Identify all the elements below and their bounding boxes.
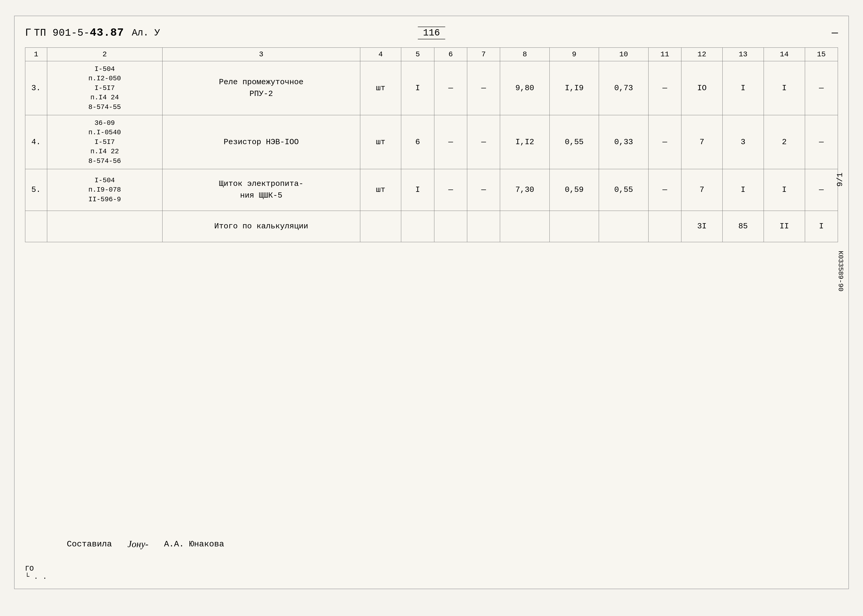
totals-col9: [550, 211, 599, 242]
row4-col15: —: [805, 115, 838, 169]
row3-col6: —: [434, 61, 467, 115]
row4-col13: 3: [722, 115, 764, 169]
totals-col4: [360, 211, 401, 242]
row3-col10: 0,73: [599, 61, 648, 115]
row3-col12: IO: [681, 61, 722, 115]
table-row: 4. 36-09п.I-0540I-5I7п.I4 228-574-56 Рез…: [25, 115, 838, 169]
row3-col15: —: [805, 61, 838, 115]
col-header-9: 9: [550, 48, 599, 61]
totals-col14: II: [764, 211, 805, 242]
col-header-6: 6: [434, 48, 467, 61]
row3-col9: I,I9: [550, 61, 599, 115]
col-header-2: 2: [47, 48, 162, 61]
row4-col10: 0,33: [599, 115, 648, 169]
bottom-left-label: ГО └ . .: [25, 565, 47, 581]
row4-col11: —: [648, 115, 681, 169]
author-name: А.А. Юнакова: [164, 539, 224, 549]
compiled-label: Составила: [67, 539, 112, 549]
totals-col2: [47, 211, 162, 242]
row3-col7: —: [467, 61, 500, 115]
row4-col5: 6: [401, 115, 434, 169]
row4-col6: —: [434, 115, 467, 169]
signature-section: Составила Jону- А.А. Юнакова: [67, 539, 838, 550]
row5-col13: I: [722, 169, 764, 211]
row4-num: 4.: [25, 115, 47, 169]
totals-col11: [648, 211, 681, 242]
row5-col10: 0,55: [599, 169, 648, 211]
totals-col10: [599, 211, 648, 242]
totals-col1: [25, 211, 47, 242]
totals-col13: 85: [722, 211, 764, 242]
bottom-line2: └ . .: [25, 573, 47, 581]
signature: Jону-: [128, 539, 148, 550]
row3-col5: I: [401, 61, 434, 115]
col-header-4: 4: [360, 48, 401, 61]
col-header-8: 8: [500, 48, 550, 61]
totals-col8: [500, 211, 550, 242]
row5-col11: —: [648, 169, 681, 211]
totals-row: Итого по калькуляции 3I 85 II I: [25, 211, 838, 242]
row3-col13: I: [722, 61, 764, 115]
row3-col8: 9,80: [500, 61, 550, 115]
row3-unit: шт: [360, 61, 401, 115]
row5-col6: —: [434, 169, 467, 211]
col-header-7: 7: [467, 48, 500, 61]
totals-label: Итого по калькуляции: [162, 211, 360, 242]
row3-col11: —: [648, 61, 681, 115]
totals-col12: 3I: [681, 211, 722, 242]
col-header-14: 14: [764, 48, 805, 61]
row5-col9: 0,59: [550, 169, 599, 211]
header-subtitle: Ал. У: [132, 28, 160, 38]
row5-unit: шт: [360, 169, 401, 211]
row4-col7: —: [467, 115, 500, 169]
row4-name: Резистор НЭВ-IOO: [162, 115, 360, 169]
bracket-right: —: [832, 27, 838, 39]
row5-col5: I: [401, 169, 434, 211]
row5-code: I-504п.I9-078II-596-9: [47, 169, 162, 211]
row4-col8: I,I2: [500, 115, 550, 169]
row3-name: Реле промежуточноеРПУ-2: [162, 61, 360, 115]
row5-num: 5.: [25, 169, 47, 211]
table-header-row: 1 2 3 4 5 6 7 8 9 10 11 12 13 14 15: [25, 48, 838, 61]
totals-col7: [467, 211, 500, 242]
totals-col15: I: [805, 211, 838, 242]
row4-col12: 7: [681, 115, 722, 169]
header-title: ТП 901-5-43.87: [34, 27, 124, 39]
side-number-top: 9/1: [836, 173, 844, 187]
side-number-bottom: К033589-90: [837, 251, 844, 291]
data-table: 1 2 3 4 5 6 7 8 9 10 11 12 13 14 15: [25, 47, 838, 242]
row4-col9: 0,55: [550, 115, 599, 169]
col-header-1: 1: [25, 48, 47, 61]
table-row: 5. I-504п.I9-078II-596-9 Щиток электропи…: [25, 169, 838, 211]
row5-col7: —: [467, 169, 500, 211]
header: Г ТП 901-5-43.87 Ал. У 116 —: [25, 27, 838, 39]
totals-col6: [434, 211, 467, 242]
main-table: 1 2 3 4 5 6 7 8 9 10 11 12 13 14 15: [25, 47, 838, 242]
bottom-line1: ГО: [25, 565, 47, 573]
row3-num: 3.: [25, 61, 47, 115]
row4-code: 36-09п.I-0540I-5I7п.I4 228-574-56: [47, 115, 162, 169]
col-header-13: 13: [722, 48, 764, 61]
bracket-left: Г: [25, 27, 31, 39]
title-bold: 43.87: [90, 27, 124, 39]
row5-name: Щиток электропита-ния ЩШК-5: [162, 169, 360, 211]
row4-col14: 2: [764, 115, 805, 169]
row5-col14: I: [764, 169, 805, 211]
row3-code: I-504п.I2-050I-5I7п.I4 248-574-55: [47, 61, 162, 115]
row4-unit: шт: [360, 115, 401, 169]
col-header-10: 10: [599, 48, 648, 61]
table-row: 3. I-504п.I2-050I-5I7п.I4 248-574-55 Рел…: [25, 61, 838, 115]
col-header-5: 5: [401, 48, 434, 61]
col-header-11: 11: [648, 48, 681, 61]
title-prefix: ТП 901-5-: [34, 27, 90, 39]
col-header-15: 15: [805, 48, 838, 61]
page-number: 116: [418, 27, 445, 39]
col-header-3: 3: [162, 48, 360, 61]
row5-col15: —: [805, 169, 838, 211]
col-header-12: 12: [681, 48, 722, 61]
row5-col12: 7: [681, 169, 722, 211]
row3-col14: I: [764, 61, 805, 115]
totals-col5: [401, 211, 434, 242]
row5-col8: 7,30: [500, 169, 550, 211]
